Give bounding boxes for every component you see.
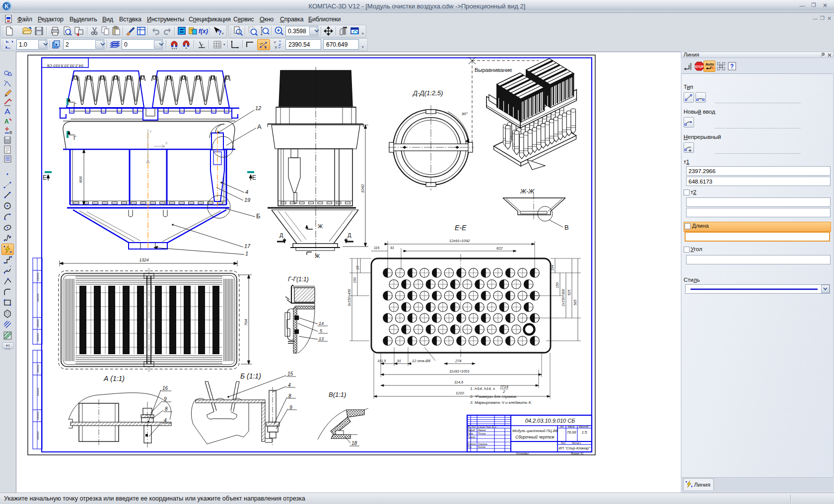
- svg-text:Б: Б: [256, 212, 261, 220]
- svg-text:шшшш: шшшш: [36, 272, 39, 281]
- svg-text:Листов 1: Листов 1: [572, 442, 581, 444]
- svg-text:Лит.: Лит.: [560, 426, 564, 428]
- svg-text:Г-Г(1:1): Г-Г(1:1): [288, 276, 309, 283]
- svg-text:шшшш: шшшш: [36, 319, 39, 327]
- svg-text:9: 9: [164, 396, 167, 402]
- svg-text:Лист: Лист: [561, 442, 566, 444]
- svg-text:116: 116: [374, 246, 379, 250]
- svg-text:15: 15: [287, 371, 293, 377]
- svg-text:Y: Y: [149, 130, 152, 133]
- svg-text:Auto: Auto: [705, 62, 714, 66]
- svg-text:Е: Е: [43, 174, 47, 181]
- svg-text:585: 585: [573, 300, 577, 306]
- svg-text:1210: 1210: [456, 391, 465, 395]
- svg-text:Г: Г: [73, 135, 76, 141]
- svg-text:Утв.: Утв.: [468, 446, 472, 448]
- svg-text:2: 2: [502, 389, 505, 394]
- svg-text:Масштаб: Масштаб: [579, 426, 589, 428]
- svg-text:X: X: [275, 45, 278, 50]
- svg-text:Копировал: Копировал: [516, 452, 529, 455]
- svg-text:Д: Д: [279, 232, 283, 238]
- svg-text:04.2.03.10.9.010 СБ: 04.2.03.10.9.010 СБ: [525, 418, 575, 424]
- svg-text:600: 600: [78, 176, 83, 183]
- svg-text:704: 704: [244, 319, 248, 326]
- svg-text:91: 91: [397, 359, 401, 363]
- svg-text:4: 4: [288, 382, 291, 388]
- svg-text:14: 14: [319, 321, 324, 326]
- svg-text:Козлов: Козлов: [478, 446, 486, 448]
- svg-text:?: ?: [730, 63, 734, 70]
- svg-text:Ж: Ж: [315, 253, 320, 259]
- svg-text:Пров.: Пров.: [468, 433, 474, 435]
- svg-text:А (1:1): А (1:1): [103, 375, 125, 382]
- svg-text:1324: 1324: [139, 257, 149, 262]
- svg-text:Т.контр.: Т.контр.: [468, 436, 476, 439]
- svg-text:17: 17: [244, 243, 251, 249]
- svg-text:3. Маркировать Ч и клеймить К.: 3. Маркировать Ч и клеймить К.: [470, 400, 532, 405]
- svg-text:Д: Д: [348, 232, 351, 238]
- svg-text:9: 9: [289, 405, 292, 410]
- svg-text:Y: Y: [274, 40, 277, 45]
- svg-text:?: ?: [218, 29, 221, 36]
- svg-text:STOP: STOP: [695, 65, 704, 68]
- svg-text:150: 150: [556, 282, 559, 288]
- svg-text:шшшш: шшшш: [36, 411, 39, 420]
- svg-text:Ж: Ж: [318, 223, 323, 229]
- svg-text:В(1:1): В(1:1): [329, 391, 346, 398]
- svg-text:Петров: Петров: [478, 433, 486, 435]
- svg-text:f(x): f(x): [199, 28, 208, 35]
- svg-text:12 отв.Ø8: 12 отв.Ø8: [412, 359, 431, 363]
- svg-text:шшшш: шшшш: [36, 293, 39, 302]
- svg-text:11х91=1001: 11х91=1001: [449, 369, 470, 374]
- svg-text:1:5: 1:5: [581, 430, 587, 435]
- svg-text:19: 19: [244, 197, 250, 203]
- svg-text:Выравнивание: Выравнивание: [475, 67, 512, 73]
- svg-text:?: ?: [190, 28, 192, 33]
- svg-text:15: 15: [356, 266, 359, 270]
- svg-text:78,68: 78,68: [567, 430, 577, 435]
- svg-text:Д-Д(1:2,5): Д-Д(1:2,5): [412, 89, 443, 97]
- svg-text:1: 1: [245, 251, 248, 256]
- svg-text:Разраб.: Разраб.: [468, 429, 476, 432]
- svg-text:90°: 90°: [462, 112, 468, 116]
- svg-text:2х150=300: 2х150=300: [561, 289, 565, 307]
- svg-text:Иванов: Иванов: [478, 429, 486, 432]
- svg-text:13: 13: [319, 336, 324, 341]
- svg-text:16: 16: [162, 385, 168, 391]
- svg-text:12х91=1092: 12х91=1092: [449, 239, 470, 243]
- svg-text:шшшш: шшшш: [36, 431, 39, 440]
- svg-text:Ж-Ж: Ж-Ж: [520, 188, 535, 195]
- svg-text:Масса: Масса: [568, 426, 575, 428]
- svg-text:1. Н14, h14, ±: 1. Н14, h14, ±: [470, 386, 495, 391]
- svg-text:04.2.03.10.9.010 СБ: 04.2.03.10.9.010 СБ: [47, 63, 83, 68]
- svg-text:161,5: 161,5: [377, 359, 386, 363]
- svg-text:3х150=450: 3х150=450: [348, 289, 351, 306]
- svg-text:8: 8: [288, 393, 291, 399]
- svg-text:шшшш: шшшш: [36, 364, 39, 373]
- svg-text:ИП "Спир-Кланар": ИП "Спир-Кланар": [558, 446, 590, 450]
- svg-text:194: 194: [551, 265, 554, 271]
- svg-text:91: 91: [390, 246, 394, 250]
- svg-text:В: В: [564, 224, 569, 231]
- svg-text:822: 822: [496, 246, 503, 251]
- svg-text:274: 274: [455, 359, 462, 363]
- svg-text:12: 12: [255, 105, 261, 111]
- svg-text:шшшш: шшшш: [36, 333, 39, 341]
- svg-text:Е-Е: Е-Е: [455, 224, 467, 232]
- svg-text:8: 8: [165, 406, 168, 412]
- svg-text:4: 4: [164, 418, 167, 423]
- svg-text:Формат А1: Формат А1: [571, 452, 583, 455]
- svg-text:Сборочный чертеж: Сборочный чертеж: [515, 435, 555, 440]
- svg-text:150: 150: [353, 277, 356, 283]
- svg-text:A: A: [4, 118, 9, 125]
- svg-text:шшшш: шшшш: [36, 387, 39, 396]
- svg-text:1042: 1042: [360, 184, 365, 193]
- svg-text:525: 525: [567, 290, 571, 296]
- svg-text:114,6: 114,6: [454, 380, 464, 384]
- svg-text:Г: Г: [73, 102, 76, 108]
- svg-text:2. *Размеры для справок.: 2. *Размеры для справок.: [470, 394, 517, 399]
- svg-text:Б (1:1): Б (1:1): [240, 372, 261, 380]
- svg-text:Сидоров: Сидоров: [478, 443, 487, 445]
- svg-text:X: X: [165, 141, 168, 145]
- svg-text:IT14: IT14: [500, 384, 509, 389]
